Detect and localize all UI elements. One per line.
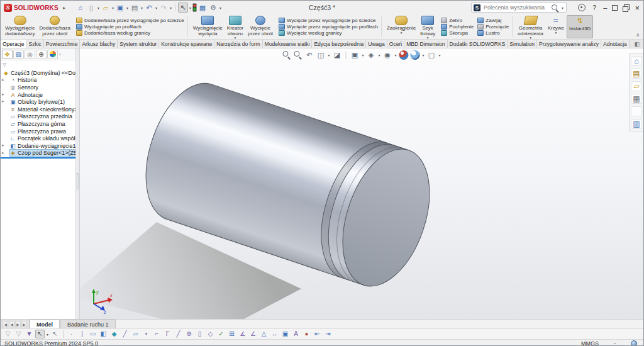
section-view-caret[interactable]: ▾ <box>328 53 330 57</box>
tab-narzędzia-do-form[interactable]: Narzędzia do form <box>214 40 262 48</box>
restore-button[interactable] <box>623 4 630 11</box>
help-icon[interactable]: ? <box>591 4 598 11</box>
rect-markup-icon[interactable]: ▭ <box>88 330 97 338</box>
open-caret[interactable]: ▾ <box>112 6 114 10</box>
edit-appearance-icon[interactable] <box>399 50 409 60</box>
corner-tool-icon[interactable]: Γ <box>163 330 172 338</box>
solid-body-icon[interactable]: ◧ <box>99 330 108 338</box>
mirror-button[interactable]: Lustro <box>477 30 509 36</box>
mesh-body-icon[interactable]: ◆ <box>109 330 119 338</box>
maximize-button[interactable] <box>612 5 618 11</box>
fillet-caret[interactable]: ▾ <box>401 31 402 35</box>
appearances-icon[interactable] <box>631 106 642 116</box>
tab-adnotacja[interactable]: Adnotacja <box>601 40 630 48</box>
pin-left-icon[interactable]: ⇤ <box>313 330 322 338</box>
new-document-icon[interactable]: ▯ <box>86 3 96 13</box>
tab-system-struktur[interactable]: System struktur <box>118 40 159 48</box>
tab-oceń[interactable]: Oceń <box>387 40 404 48</box>
custom-properties-icon[interactable]: ▥ <box>631 119 642 129</box>
hide-show-items-icon[interactable]: ◉ <box>383 50 392 60</box>
shell-button[interactable]: Skorupa <box>441 30 474 36</box>
options-caret[interactable]: ▾ <box>219 6 221 10</box>
tree-item-czop-pod-seger-1-z5-[interactable]: ▸◈Czop pod Seger<1>(Z5) <box>1 150 75 157</box>
pin-right-icon[interactable]: ⇥ <box>323 330 333 338</box>
tab-szkic[interactable]: Szkic <box>27 40 44 48</box>
tree-item-adnotacje[interactable]: ▸AAdnotacje <box>1 91 75 99</box>
units-selector[interactable]: MMGS <box>581 340 599 346</box>
tree-item-obiekty-bryłowe-1-[interactable]: ▸▣Obiekty bryłowe(1) <box>1 98 75 106</box>
view-orientation-caret[interactable]: ▾ <box>362 53 364 57</box>
spline-tool-icon[interactable]: ╱ <box>174 330 183 338</box>
check-tool-icon[interactable]: ✓ <box>216 330 226 338</box>
file-explorer-icon[interactable]: ▱ <box>631 81 642 91</box>
tab-dodatki-solidworks[interactable]: Dodatki SOLIDWORKS <box>448 40 508 48</box>
loft-boss-button[interactable]: Wyciągnięcie po profilach <box>76 24 184 30</box>
plane-tool-icon[interactable]: ▱ <box>131 330 140 338</box>
lasso-select-icon[interactable]: ↖ <box>50 330 60 338</box>
filter-flat-icon[interactable]: ▽ <box>14 330 23 338</box>
apply-scene-caret[interactable]: ▾ <box>423 53 425 57</box>
boss-extrude-button[interactable]: Wyciągnięcie dodania/bazy <box>3 15 37 38</box>
tab-mbd-dimension[interactable]: MBD Dimension <box>404 40 447 48</box>
apply-scene-icon[interactable] <box>411 50 420 60</box>
tree-item-materiał-nieokreślony-[interactable]: ≡Materiał <nieokreślony> <box>1 106 75 113</box>
diag-line-icon[interactable]: ╱ <box>120 330 130 338</box>
appearance-tool-icon[interactable]: ● <box>302 330 311 338</box>
tab-uwaga[interactable]: Uwaga <box>366 40 387 48</box>
fillet-button[interactable]: Zaokrąglenie ▾ <box>385 15 418 38</box>
reference-geometry-button[interactable]: Geometria odniesienia ▾ <box>516 15 545 38</box>
panel-header-expand-icon[interactable]: › <box>59 52 61 57</box>
menu-expand-icon[interactable]: ▸ <box>63 5 65 11</box>
gem-tool-icon[interactable]: ◇ <box>206 330 215 338</box>
tree-item-sensory[interactable]: ◎Sensory <box>1 84 75 91</box>
tree-item-płaszczyzna-górna[interactable]: ▱Płaszczyzna górna <box>1 120 75 128</box>
tab-powierzchnie[interactable]: Powierzchnie <box>44 40 80 48</box>
expand-icon[interactable]: ▸ <box>2 143 4 148</box>
view-palette-icon[interactable]: ▦ <box>631 94 642 104</box>
linear-pattern-button[interactable]: Szyk liniowy ▾ <box>418 15 437 38</box>
curves-caret[interactable]: ▾ <box>555 31 557 35</box>
triangle-tool-icon[interactable]: △ <box>259 330 269 338</box>
minimize-button[interactable]: – <box>603 4 607 11</box>
tab-modelowanie-siatki[interactable]: Modelowanie siatki <box>263 40 313 48</box>
model-tab-badanie-ruchu-1[interactable]: Badanie ruchu 1 <box>60 320 116 328</box>
save-caret[interactable]: ▾ <box>126 6 128 10</box>
account-icon[interactable] <box>578 4 586 11</box>
view-settings-caret[interactable]: ▾ <box>439 53 441 57</box>
dim-tool-icon[interactable]: ⊞ <box>227 330 236 338</box>
filter-tree-icon[interactable]: ▽ <box>3 330 13 338</box>
note-tool-icon[interactable]: A <box>291 330 301 338</box>
print-icon[interactable]: ▤ <box>130 3 140 13</box>
property-manager-tab[interactable]: ▤ <box>13 50 24 59</box>
previous-view-icon[interactable]: ↶ <box>304 50 314 60</box>
undo-caret[interactable]: ▾ <box>155 6 157 10</box>
save-icon[interactable]: ▣ <box>115 3 125 13</box>
zoom-fit-icon[interactable] <box>282 50 291 60</box>
view-orientation-icon[interactable]: ▣ <box>350 50 359 60</box>
zoom-area-icon[interactable] <box>293 50 303 60</box>
display-style-icon[interactable]: ◈ <box>366 50 375 60</box>
graphics-viewport[interactable]: y x z ↶◫▾◪▣▾◈▾◉▾▾▢▾ ⌂▤▱▦▥ <box>80 48 643 319</box>
boundary-boss-button[interactable]: Dodanie/baza według granicy <box>76 30 184 36</box>
hole-wizard-button[interactable]: Kreator otworu ▾ <box>225 15 245 38</box>
tree-item-płaszczyzna-prawa[interactable]: ▱Płaszczyzna prawa <box>1 128 75 135</box>
point-markup-icon[interactable]: ∙ <box>67 330 76 338</box>
profile-tool-icon[interactable]: ⌐ <box>152 330 162 338</box>
open-icon[interactable]: ▱ <box>101 3 111 13</box>
tab-simulation[interactable]: Simulation <box>508 40 537 48</box>
tree-item-historia[interactable]: ▸◔Historia <box>1 77 75 84</box>
search-caret[interactable]: ▾ <box>562 6 564 10</box>
select-caret[interactable]: ▾ <box>189 6 191 10</box>
rollback-bar[interactable] <box>1 157 75 159</box>
cut-revolve-button[interactable]: Wycięcie przez obrót <box>246 15 275 38</box>
new-document-caret[interactable]: ▾ <box>97 6 99 10</box>
dimxpert-tab[interactable]: ⊕ <box>36 50 47 59</box>
move-tool-icon[interactable]: ↔ <box>270 330 279 338</box>
last-tab-icon[interactable]: ▶ <box>21 321 27 327</box>
tab-przygotowywanie-analizy[interactable]: Przygotowywanie analizy <box>537 40 601 48</box>
loft-cut-button[interactable]: Wycięcie przez wyciągnięcie po profilach <box>279 24 378 30</box>
revolve-button[interactable]: Dodanie/baza przez obrót <box>38 15 72 38</box>
wrap-button[interactable]: Zawijaj <box>477 18 509 23</box>
filter-magic-icon[interactable]: ▼ <box>25 330 34 338</box>
hide-show-items-caret[interactable]: ▾ <box>395 53 397 57</box>
